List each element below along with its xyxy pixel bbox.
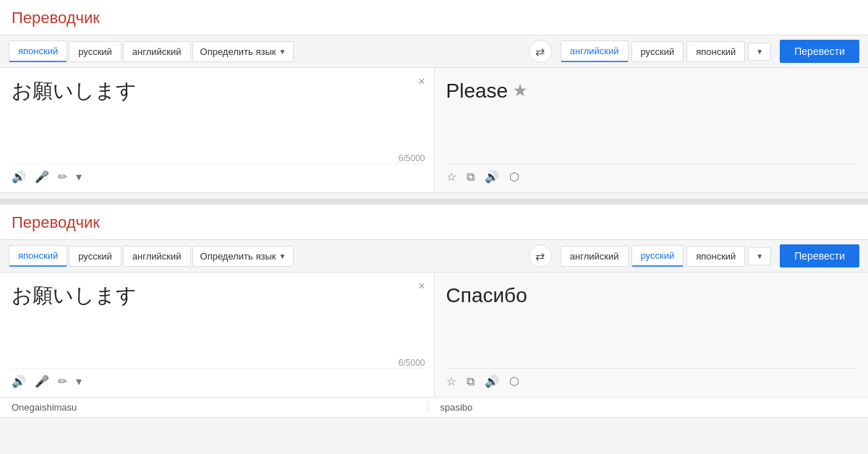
copy-icon-2[interactable]: ⧉ <box>467 375 475 388</box>
copy-icon-1[interactable]: ⧉ <box>467 171 475 184</box>
swap-icon-2: ⇄ <box>535 249 545 263</box>
input-panel-1: お願いします × 6/5000 🔊 🎤 ✏ ▾ <box>0 68 435 192</box>
swap-languages-btn-1[interactable]: ⇄ <box>529 40 552 63</box>
toolbar-2: японский русский английский Определить я… <box>0 239 868 273</box>
mic-icon-1[interactable]: 🎤 <box>35 170 49 184</box>
source-lang-japanese-2[interactable]: японский <box>9 245 67 267</box>
output-text-2: Спасибо <box>446 281 857 346</box>
more-icon-2[interactable]: ▾ <box>76 374 82 388</box>
edit-icon-1[interactable]: ✏ <box>58 170 67 184</box>
listen-input-icon-2[interactable]: 🔊 <box>12 374 26 388</box>
star-icon-1[interactable]: ☆ <box>446 170 456 184</box>
clear-input-btn-1[interactable]: × <box>418 75 425 88</box>
panels-2: お願いします × 6/5000 🔊 🎤 ✏ ▾ Спасибо ☆ ⧉ 🔊 ⬡ <box>0 273 868 397</box>
page-title-1: Переводчик <box>0 0 868 35</box>
input-panel-2: お願いします × 6/5000 🔊 🎤 ✏ ▾ <box>0 273 435 397</box>
page-title-2: Переводчик <box>0 205 868 239</box>
source-lang-english-2[interactable]: английский <box>123 246 191 267</box>
chevron-down-icon: ▼ <box>278 48 286 56</box>
target-lang-japanese-1[interactable]: японский <box>686 41 745 62</box>
input-text-2[interactable]: お願いします <box>12 281 422 346</box>
input-actions-1: 🔊 🎤 ✏ ▾ <box>12 163 422 184</box>
edit-icon-2[interactable]: ✏ <box>58 374 67 388</box>
target-lang-english-1[interactable]: английский <box>561 40 629 62</box>
panels-1: お願いします × 6/5000 🔊 🎤 ✏ ▾ Please ☆ ⧉ 🔊 ⬡ <box>0 68 868 192</box>
swap-icon: ⇄ <box>535 45 545 59</box>
output-text-1: Please <box>446 77 857 142</box>
translate-button-2[interactable]: Перевести <box>780 244 859 267</box>
target-more-btn-1[interactable]: ▼ <box>748 43 771 61</box>
target-langs-2: английский русский японский ▼ <box>561 245 771 267</box>
listen-input-icon-1[interactable]: 🔊 <box>12 170 26 184</box>
chevron-down-icon-target-1: ▼ <box>756 48 763 56</box>
target-langs-1: английский русский японский ▼ <box>561 40 771 62</box>
char-count-1: 6/5000 <box>399 153 425 163</box>
listen-output-icon-1[interactable]: 🔊 <box>485 170 499 184</box>
output-panel-1: Please ☆ ⧉ 🔊 ⬡ <box>435 68 869 192</box>
translate-button-1[interactable]: Перевести <box>780 40 859 63</box>
detect-lang-btn-1[interactable]: Определить язык ▼ <box>192 41 294 62</box>
star-icon-2[interactable]: ☆ <box>446 374 456 388</box>
source-lang-russian-2[interactable]: русский <box>69 246 122 267</box>
section-divider <box>0 199 868 205</box>
translator-block-1: Переводчик японский русский английский О… <box>0 0 868 193</box>
source-lang-english-1[interactable]: английский <box>123 41 191 62</box>
verified-badge-1 <box>514 84 527 97</box>
source-lang-japanese-1[interactable]: японский <box>9 40 67 62</box>
input-text-1[interactable]: お願いします <box>12 77 422 142</box>
input-actions-2: 🔊 🎤 ✏ ▾ <box>12 368 422 388</box>
mic-icon-2[interactable]: 🎤 <box>35 374 49 388</box>
translated-text-1: Please <box>446 77 509 105</box>
share-icon-2[interactable]: ⬡ <box>509 374 519 388</box>
target-more-btn-2[interactable]: ▼ <box>748 247 771 265</box>
translated-text-2: Спасибо <box>446 281 527 309</box>
chevron-down-icon-target-2: ▼ <box>756 252 763 260</box>
output-actions-2: ☆ ⧉ 🔊 ⬡ <box>446 368 857 388</box>
target-lang-russian-2[interactable]: русский <box>631 245 684 267</box>
char-count-2: 6/5000 <box>399 358 425 368</box>
target-lang-russian-1[interactable]: русский <box>631 41 684 62</box>
listen-output-icon-2[interactable]: 🔊 <box>485 374 499 388</box>
target-lang-english-2[interactable]: английский <box>561 246 629 267</box>
swap-languages-btn-2[interactable]: ⇄ <box>529 244 552 267</box>
romanization-input-2: Onegaishimasu <box>12 402 429 413</box>
output-panel-2: Спасибо ☆ ⧉ 🔊 ⬡ <box>435 273 869 397</box>
chevron-down-icon-2: ▼ <box>278 252 286 260</box>
romanization-bar-2: Onegaishimasu spasibo <box>0 397 868 417</box>
output-actions-1: ☆ ⧉ 🔊 ⬡ <box>446 163 857 184</box>
clear-input-btn-2[interactable]: × <box>418 280 425 293</box>
share-icon-1[interactable]: ⬡ <box>509 170 519 184</box>
target-lang-japanese-2[interactable]: японский <box>686 246 745 267</box>
translator-block-2: Переводчик японский русский английский О… <box>0 205 868 418</box>
romanization-output-2: spasibo <box>429 402 857 413</box>
more-icon-1[interactable]: ▾ <box>76 170 82 184</box>
detect-lang-btn-2[interactable]: Определить язык ▼ <box>192 246 294 267</box>
toolbar-1: японский русский английский Определить я… <box>0 35 868 68</box>
source-lang-russian-1[interactable]: русский <box>69 41 122 62</box>
